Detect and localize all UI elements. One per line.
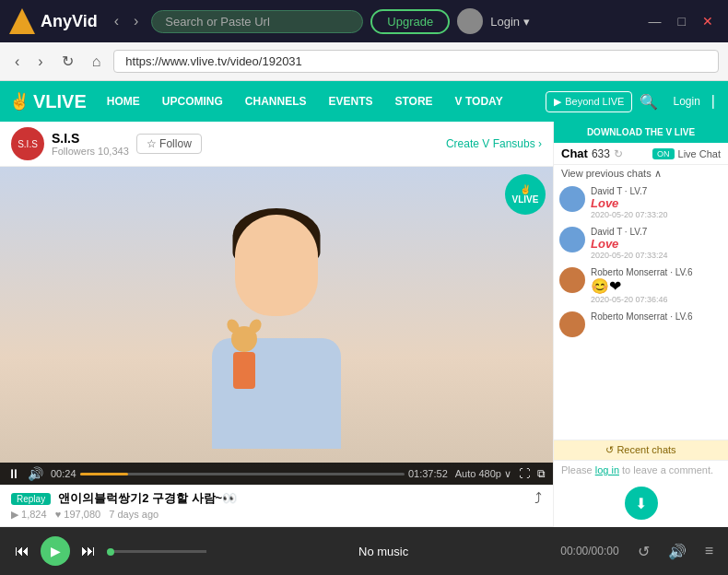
chat-text: Love bbox=[591, 237, 668, 251]
vlive-logo: ✌ VLIVE bbox=[9, 91, 87, 112]
live-chat-label: Live Chat bbox=[678, 148, 721, 159]
video-stats: ▶ 1,824 ♥ 197,080 7 days ago bbox=[11, 509, 237, 521]
chat-text: Love bbox=[591, 196, 668, 210]
chat-user-avatar bbox=[559, 311, 585, 337]
chat-user-avatar bbox=[559, 227, 585, 252]
login-button[interactable]: Login ▾ bbox=[490, 15, 529, 29]
pause-button[interactable]: ⏸ bbox=[7, 466, 20, 481]
live-indicator: ON bbox=[652, 148, 675, 159]
play-button[interactable]: ▶ bbox=[41, 536, 70, 566]
player-bar: ⏮ ▶ ⏭ No music 00:00/00:00 ↺ 🔊 ≡ bbox=[0, 527, 728, 575]
beyond-live-icon: ▶ bbox=[554, 96, 561, 108]
back-arrow[interactable]: ‹ bbox=[109, 11, 124, 31]
playlist-button[interactable]: ≡ bbox=[705, 543, 713, 559]
login-link[interactable]: log in bbox=[595, 464, 619, 475]
nav-arrows: ‹ › bbox=[109, 11, 145, 31]
download-button[interactable]: ⬇ bbox=[625, 487, 658, 520]
pip-icon[interactable]: ⧉ bbox=[537, 467, 546, 480]
chat-content: Roberto Monserrat · LV.6 😊❤ 2020-05-20 0… bbox=[591, 267, 693, 304]
chat-message: Roberto Monserrat · LV.6 bbox=[559, 311, 722, 337]
chat-label: Chat bbox=[561, 147, 588, 160]
fullscreen-icon[interactable]: ⛶ bbox=[519, 467, 530, 480]
refresh-chat-icon[interactable]: ↻ bbox=[614, 147, 623, 160]
video-title-area: Replay 앤이의블럭쌍기2 구경할 사람~👀 ▶ 1,824 ♥ 197,0… bbox=[11, 490, 237, 521]
chat-time: 2020-05-20 07:33:20 bbox=[591, 210, 668, 219]
nav-login-button[interactable]: Login bbox=[665, 95, 707, 108]
url-input[interactable]: https://www.vlive.tv/video/192031 bbox=[113, 50, 719, 73]
chat-emoji: 😊❤ bbox=[591, 277, 693, 295]
progress-bar[interactable] bbox=[80, 473, 405, 475]
chat-count: 633 bbox=[592, 147, 610, 160]
replay-badge: Replay bbox=[11, 493, 51, 505]
channel-followers: Followers 10,343 bbox=[52, 146, 129, 157]
channel-name: S.I.S bbox=[52, 131, 129, 146]
user-avatar bbox=[457, 8, 483, 34]
beyond-live-button[interactable]: ▶ Beyond LIVE bbox=[546, 91, 632, 112]
video-meta: Replay 앤이의블럭쌍기2 구경할 사람~👀 ▶ 1,824 ♥ 197,0… bbox=[0, 485, 553, 527]
video-player: ✌VLIVE ⏸ 🔊 00:24 01:37:52 Auto 480p ∨ ⛶ … bbox=[0, 167, 553, 485]
logo-area: AnyVid bbox=[9, 8, 98, 34]
chat-time: 2020-05-20 07:33:24 bbox=[591, 251, 668, 260]
logo-icon bbox=[9, 8, 35, 34]
forward-button[interactable]: › bbox=[32, 52, 48, 72]
video-controls: ⏸ 🔊 00:24 01:37:52 Auto 480p ∨ ⛶ ⧉ bbox=[0, 463, 553, 485]
chat-messages: David T · LV.7 Love 2020-05-20 07:33:20 … bbox=[554, 182, 728, 440]
chat-message: David T · LV.7 Love 2020-05-20 07:33:24 bbox=[559, 227, 722, 260]
share-button[interactable]: ⤴ bbox=[534, 490, 542, 507]
video-title: 앤이의블럭쌍기2 구경할 사람~👀 bbox=[58, 490, 237, 507]
like-count: ♥ 197,080 bbox=[55, 509, 100, 520]
nav-events[interactable]: EVENTS bbox=[317, 81, 383, 122]
login-prompt: Please log in to leave a comment. bbox=[561, 464, 713, 475]
nav-upcoming[interactable]: UPCOMING bbox=[151, 81, 234, 122]
chat-user-avatar bbox=[559, 267, 585, 293]
nav-home[interactable]: HOME bbox=[96, 81, 151, 122]
toy-figure bbox=[221, 326, 267, 395]
channel-details: S.I.S Followers 10,343 bbox=[52, 131, 129, 157]
skip-prev-button[interactable]: ⏮ bbox=[15, 543, 29, 559]
chat-content: David T · LV.7 Love 2020-05-20 07:33:20 bbox=[591, 186, 668, 219]
vlive-logo-icon: ✌ bbox=[9, 91, 29, 111]
play-count: ▶ 1,824 bbox=[11, 509, 47, 520]
video-thumbnail bbox=[0, 167, 553, 485]
chat-message: David T · LV.7 Love 2020-05-20 07:33:20 bbox=[559, 186, 722, 219]
upgrade-button[interactable]: Upgrade bbox=[370, 9, 450, 34]
title-bar: AnyVid ‹ › Search or Paste Url Upgrade L… bbox=[0, 0, 728, 42]
video-section: S.I.S S.I.S Followers 10,343 ☆ Follow Cr… bbox=[0, 122, 553, 527]
volume-control[interactable]: 🔊 bbox=[668, 543, 687, 560]
video-age: 7 days ago bbox=[109, 509, 159, 520]
close-button[interactable]: ✕ bbox=[697, 12, 719, 30]
main-content: S.I.S S.I.S Followers 10,343 ☆ Follow Cr… bbox=[0, 122, 728, 527]
person-head bbox=[235, 215, 318, 316]
repeat-button[interactable]: ↺ bbox=[638, 543, 650, 560]
player-progress-bar[interactable] bbox=[107, 550, 206, 553]
nav-channels[interactable]: CHANNELS bbox=[234, 81, 318, 122]
address-bar: ‹ › ↻ ⌂ https://www.vlive.tv/video/19203… bbox=[0, 42, 728, 81]
refresh-button[interactable]: ↻ bbox=[56, 51, 79, 72]
chat-user-avatar bbox=[559, 186, 585, 212]
nav-search-icon[interactable]: 🔍 bbox=[632, 93, 665, 111]
search-bar[interactable]: Search or Paste Url bbox=[151, 10, 363, 33]
window-controls: — □ ✕ bbox=[643, 12, 719, 30]
download-banner[interactable]: DOWNLOAD THE V LIVE bbox=[554, 122, 728, 143]
volume-button[interactable]: 🔊 bbox=[28, 466, 43, 481]
nav-divider: | bbox=[708, 93, 719, 110]
nav-store[interactable]: STORE bbox=[383, 81, 443, 122]
quality-selector[interactable]: Auto 480p ∨ bbox=[455, 468, 511, 480]
player-time: 00:00/00:00 bbox=[560, 545, 618, 557]
chat-content: David T · LV.7 Love 2020-05-20 07:33:24 bbox=[591, 227, 668, 260]
minimize-button[interactable]: — bbox=[643, 12, 667, 30]
view-previous-chats[interactable]: View previous chats ∧ bbox=[554, 165, 728, 182]
follow-button[interactable]: ☆ Follow bbox=[136, 134, 202, 154]
recent-chats-button[interactable]: ↺ Recent chats bbox=[554, 440, 728, 460]
nav-vtoday[interactable]: V TODAY bbox=[444, 81, 514, 122]
vlive-overlay-icon: ✌VLIVE bbox=[505, 174, 546, 215]
music-label: No music bbox=[217, 545, 549, 558]
vlive-logo-text: VLIVE bbox=[33, 91, 87, 112]
forward-arrow[interactable]: › bbox=[128, 11, 144, 31]
back-button[interactable]: ‹ bbox=[9, 52, 25, 72]
maximize-button[interactable]: □ bbox=[673, 12, 691, 30]
skip-next-button[interactable]: ⏭ bbox=[81, 543, 96, 559]
progress-thumb bbox=[107, 548, 114, 556]
home-button[interactable]: ⌂ bbox=[87, 52, 107, 72]
create-fansubs-link[interactable]: Create V Fansubs › bbox=[446, 137, 542, 150]
